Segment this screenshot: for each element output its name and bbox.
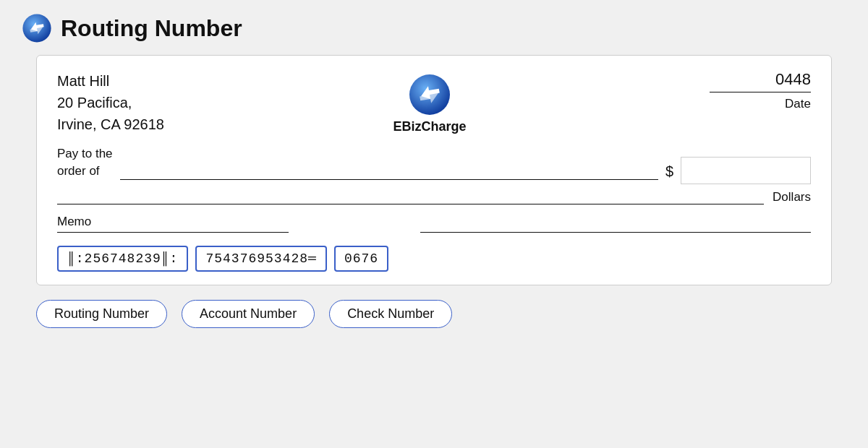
memo-line: [57, 232, 289, 233]
check-number-label: Check Number: [329, 300, 452, 328]
micr-routing-box: ║:256748239║:: [57, 246, 188, 272]
check-image: Matt Hill 20 Pacifica, Irvine, CA 92618 …: [36, 55, 832, 285]
check-name: Matt Hill: [57, 70, 164, 92]
micr-row: ║:256748239║: 754376953428═ 0676: [57, 246, 811, 272]
memo-section: Memo: [57, 215, 811, 233]
ebizcharge-check-logo-icon: [408, 73, 451, 116]
signature-line: [420, 232, 811, 233]
check-date-label: Date: [785, 97, 811, 111]
ebizcharge-logo-icon: [22, 13, 52, 43]
micr-check-box: 0676: [334, 246, 388, 272]
check-address-block: Matt Hill 20 Pacifica, Irvine, CA 92618: [57, 70, 164, 135]
dollars-label: Dollars: [773, 190, 811, 204]
check-logo-center: EBizCharge: [393, 73, 466, 134]
amount-box: [681, 157, 811, 184]
micr-account-box: 754376953428═: [195, 246, 326, 272]
check-date-line: [710, 92, 811, 92]
memo-label: Memo: [57, 215, 811, 229]
dollars-line: [57, 204, 764, 204]
dollars-row: Dollars: [57, 190, 811, 204]
check-address-line2: Irvine, CA 92618: [57, 113, 164, 135]
account-number-label: Account Number: [182, 300, 315, 328]
check-brand-label: EBizCharge: [393, 119, 466, 134]
check-top-row: Matt Hill 20 Pacifica, Irvine, CA 92618 …: [57, 70, 811, 135]
check-number-value: 0448: [775, 70, 811, 89]
check-bottom-lines: [57, 232, 811, 233]
page-title: Routing Number: [61, 15, 242, 42]
pay-to-line: [120, 179, 658, 180]
pay-to-label: Pay to theorder of: [57, 145, 113, 184]
routing-number-label: Routing Number: [36, 300, 167, 328]
page-header: Routing Number: [22, 13, 242, 43]
check-address-line1: 20 Pacifica,: [57, 92, 164, 113]
check-number-date-block: 0448 Date: [695, 70, 811, 111]
dollar-sign: $: [665, 163, 673, 184]
pay-to-row: Pay to theorder of $: [57, 145, 811, 184]
labels-row: Routing Number Account Number Check Numb…: [36, 300, 832, 328]
